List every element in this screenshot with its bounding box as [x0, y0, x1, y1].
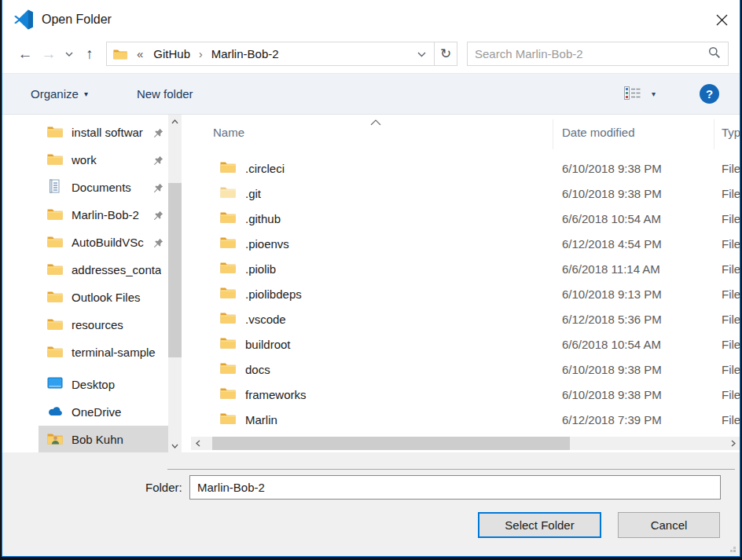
- sidebar-item[interactable]: Desktop: [39, 371, 168, 398]
- search-icon[interactable]: [708, 46, 721, 62]
- table-row[interactable]: .piolib 6/6/2018 11:14 AM File: [182, 256, 740, 281]
- dialog-footer: Folder: Select Folder Cancel: [2, 452, 740, 556]
- file-date-modified: 6/6/2018 11:14 AM: [562, 262, 660, 276]
- cancel-button[interactable]: Cancel: [618, 512, 720, 538]
- file-date-modified: 6/10/2018 9:13 PM: [562, 287, 662, 301]
- sidebar-item-label: addresses_conta: [72, 263, 161, 276]
- vscode-logo-icon: [13, 9, 34, 30]
- file-name: .circleci: [245, 162, 285, 175]
- column-divider[interactable]: [714, 119, 714, 149]
- details-view-icon: [624, 86, 642, 102]
- file-name: buildroot: [245, 338, 291, 351]
- sidebar-item[interactable]: OneDrive: [39, 398, 168, 426]
- view-caret-icon: ▾: [652, 90, 656, 98]
- up-icon[interactable]: ↑: [78, 42, 101, 66]
- sidebar-item[interactable]: terminal-sample: [39, 339, 168, 366]
- sidebar-item-label: Marlin-Bob-2: [72, 208, 139, 221]
- file-date-modified: 6/12/2018 4:54 PM: [562, 237, 662, 251]
- sidebar-item-label: work: [72, 153, 97, 167]
- sidebar-item[interactable]: addresses_conta: [39, 256, 168, 284]
- file-type: File: [722, 162, 740, 175]
- table-row[interactable]: .circleci 6/10/2018 9:38 PM File: [182, 156, 740, 181]
- sort-ascending-icon: [370, 115, 381, 129]
- close-icon[interactable]: [703, 4, 740, 35]
- pin-icon: [153, 210, 163, 223]
- horizontal-scroll-thumb[interactable]: [212, 437, 570, 450]
- search-input[interactable]: [475, 47, 708, 60]
- scroll-down-icon[interactable]: [168, 439, 182, 452]
- table-row[interactable]: docs 6/10/2018 9:38 PM File: [182, 357, 740, 382]
- file-date-modified: 6/10/2018 9:38 PM: [562, 187, 662, 200]
- table-row[interactable]: .piolibdeps 6/10/2018 9:13 PM File: [182, 281, 740, 306]
- file-type: File: [722, 338, 740, 351]
- horizontal-scrollbar[interactable]: [191, 437, 740, 450]
- address-dropdown-chevron-icon[interactable]: [414, 45, 429, 63]
- sidebar-item[interactable]: Documents: [39, 174, 168, 201]
- file-date-modified: 6/6/2018 10:54 AM: [562, 212, 661, 225]
- address-bar[interactable]: « GitHub › Marlin-Bob-2: [106, 42, 435, 66]
- forward-icon[interactable]: →: [37, 42, 61, 66]
- file-type: File: [722, 413, 740, 426]
- file-name: .pioenvs: [245, 237, 289, 251]
- select-folder-button[interactable]: Select Folder: [478, 512, 601, 538]
- file-type: File: [722, 262, 740, 276]
- resize-grip[interactable]: [733, 550, 736, 552]
- sidebar-item[interactable]: Bob Kuhn: [39, 426, 168, 452]
- file-name: .git: [245, 187, 261, 200]
- column-header-type[interactable]: Typ: [722, 126, 740, 139]
- title-bar: Open Folder: [2, 0, 740, 39]
- file-type: File: [722, 363, 740, 376]
- sidebar-item[interactable]: Marlin-Bob-2: [39, 201, 168, 229]
- file-name: .github: [245, 212, 281, 225]
- folder-icon: [47, 125, 63, 140]
- folder-icon: [47, 317, 63, 332]
- table-row[interactable]: .git 6/10/2018 9:38 PM File: [182, 181, 740, 206]
- back-icon[interactable]: ←: [13, 42, 37, 66]
- address-folder-icon: [113, 48, 127, 60]
- pin-icon: [153, 127, 163, 141]
- folder-icon: [220, 412, 236, 427]
- file-type: File: [722, 287, 740, 301]
- help-button[interactable]: ?: [700, 84, 719, 104]
- column-header-date-modified[interactable]: Date modified: [562, 126, 635, 139]
- breadcrumb-item-github[interactable]: GitHub: [150, 46, 193, 62]
- folder-icon: [220, 286, 236, 302]
- sidebar-item[interactable]: AutoBuildVSc: [39, 229, 168, 256]
- file-type: File: [722, 187, 740, 200]
- table-row[interactable]: frameworks 6/10/2018 9:38 PM File: [182, 382, 740, 407]
- scroll-right-icon[interactable]: [726, 437, 740, 450]
- scroll-up-icon[interactable]: [168, 115, 182, 128]
- table-row[interactable]: buildroot 6/6/2018 10:54 AM File: [182, 331, 740, 357]
- table-row[interactable]: .vscode 6/12/2018 5:36 PM File: [182, 306, 740, 331]
- folder-icon: [47, 152, 63, 167]
- new-folder-button[interactable]: New folder: [137, 87, 193, 101]
- breadcrumb-overflow[interactable]: «: [137, 47, 143, 60]
- file-date-modified: 6/10/2018 9:38 PM: [562, 363, 662, 376]
- sidebar-scroll-thumb[interactable]: [168, 183, 182, 357]
- recent-locations-chevron-icon[interactable]: [61, 42, 78, 66]
- sidebar-item-label: Bob Kuhn: [72, 433, 123, 446]
- new-folder-label: New folder: [137, 87, 193, 101]
- sidebar-scrollbar[interactable]: [168, 115, 182, 452]
- change-view-button[interactable]: ▾: [624, 86, 656, 102]
- window-title: Open Folder: [42, 13, 112, 27]
- file-name: .piolibdeps: [245, 287, 302, 301]
- scroll-left-icon[interactable]: [191, 437, 204, 450]
- table-row[interactable]: .github 6/6/2018 10:54 AM File: [182, 206, 740, 231]
- table-row[interactable]: .pioenvs 6/12/2018 4:54 PM File: [182, 231, 740, 256]
- column-divider[interactable]: [553, 119, 553, 149]
- pin-icon: [153, 237, 163, 251]
- folder-name-input[interactable]: [189, 475, 721, 500]
- sidebar-item[interactable]: install softwar: [39, 119, 168, 146]
- sidebar-item[interactable]: work: [39, 146, 168, 174]
- folder-icon: [220, 336, 236, 352]
- file-date-modified: 6/12/2018 7:39 PM: [562, 413, 662, 426]
- organize-button[interactable]: Organize ▾: [31, 87, 88, 101]
- sidebar-item[interactable]: resources: [39, 311, 168, 339]
- file-name: frameworks: [245, 388, 307, 401]
- refresh-icon[interactable]: ↻: [435, 42, 457, 66]
- sidebar-item[interactable]: Outlook Files: [39, 284, 168, 311]
- column-header-name[interactable]: Name: [213, 126, 244, 139]
- table-row[interactable]: Marlin 6/12/2018 7:39 PM File: [182, 407, 740, 432]
- breadcrumb-item-marlin-bob-2[interactable]: Marlin-Bob-2: [208, 46, 282, 62]
